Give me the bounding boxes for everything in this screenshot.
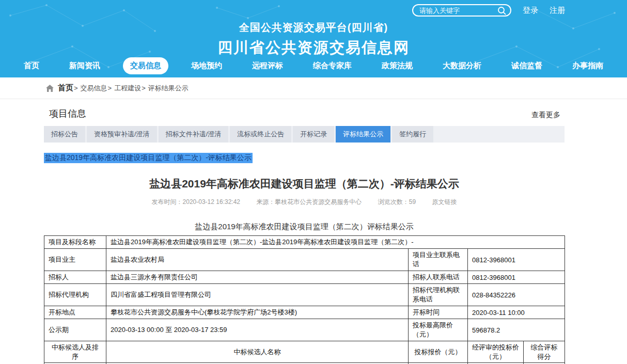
row-label: 投标最高限价（元） (409, 319, 468, 341)
search-box[interactable] (412, 4, 511, 17)
article-title: 盐边县2019年高标准农田建设项目监理（第二次）-评标结果公示 (44, 177, 565, 191)
breadcrumb-item-trade-info[interactable]: 交易信息 (81, 84, 107, 93)
evaluation-result-table: 项目及标段名称 盐边县2019年高标准农田建设项目监理（第二次）-盐边县2019… (44, 235, 565, 364)
table-row: 项目业主 盐边县农业农村局 项目业主联系电话 0812-3968001 (44, 249, 565, 271)
row-label: 项目业主 (44, 249, 106, 271)
table-row: 招标代理机构 四川省富盛工程项目管理有限公司 招标代理机构联系电话 028-84… (44, 284, 565, 306)
nav-item-remote-evaluation[interactable]: 远程评标 (245, 57, 290, 74)
row-label: 开标时间 (409, 306, 468, 319)
row-label: 项目及标段名称 (44, 236, 106, 249)
breadcrumb-separator: > (74, 84, 78, 92)
table-row: 招标人 盐边县三源水务有限责任公司 招标人联系电话 0812-3968001 (44, 271, 565, 284)
nav-item-service-guide[interactable]: 办事指南 (565, 57, 610, 74)
row-label: 开标地点 (44, 306, 106, 319)
tab-bid-announcement[interactable]: 招标公告 (44, 126, 85, 143)
home-icon (45, 84, 54, 92)
breadcrumb-item-home[interactable]: 首页 (58, 83, 73, 93)
announcement-link-selected[interactable]: 盐边县2019年高标准农田建设项目监理（第二次）-评标结果公示 (44, 153, 253, 163)
row-value: 盐边县农业农村局 (106, 249, 409, 271)
nav-item-news[interactable]: 新闻资讯 (62, 57, 107, 74)
row-label: 项目业主联系电话 (409, 249, 468, 271)
nav-item-policies[interactable]: 政策法规 (374, 57, 420, 74)
breadcrumb-item-eval-result[interactable]: 评标结果公示 (148, 84, 189, 93)
row-value: 0812-3968001 (468, 249, 565, 271)
col-header-score: 综合评标得分 (524, 341, 565, 363)
row-label: 招标人联系电话 (409, 271, 468, 284)
row-value: 四川省富盛工程项目管理有限公司 (106, 284, 409, 306)
login-link[interactable]: 登录 (523, 6, 538, 15)
nav-item-venue-booking[interactable]: 场地预约 (184, 57, 229, 74)
row-value: 2020-03-13 00:00 至 2020-03-17 23:59 (106, 319, 409, 341)
row-label: 招标代理机构联系电话 (409, 284, 468, 306)
col-header-evaluated: 经评审的投标价（元） (468, 341, 524, 363)
tab-prequalification-addendum[interactable]: 资格预审补遗/澄清 (87, 126, 157, 143)
project-tabs: 招标公告 资格预审补遗/澄清 招标文件补遗/澄清 流标或终止公告 开标记录 评标… (44, 126, 565, 143)
source: 来源：攀枝花市公共资源交易服务中心 (256, 198, 362, 205)
register-link[interactable]: 注册 (550, 6, 565, 15)
row-label: 招标人 (44, 271, 106, 284)
tab-bid-doc-addendum[interactable]: 招标文件补遗/澄清 (159, 126, 229, 143)
nav-item-expert-pool[interactable]: 综合专家库 (306, 57, 359, 74)
tab-evaluation-result[interactable]: 评标结果公示 (336, 126, 390, 143)
table-row: 开标地点 攀枝花市公共资源交易服务中心(攀枝花学院学府广场2号楼3楼) 开标时间… (44, 306, 565, 319)
breadcrumb: 首页 > 交易信息 > 工程建设 > 评标结果公示 (0, 77, 627, 99)
main-content: 项目信息 查看更多 招标公告 资格预审补遗/澄清 招标文件补遗/澄清 流标或终止… (44, 99, 565, 364)
row-value: 028-84352226 (468, 284, 565, 306)
result-table-title: 盐边县2019年高标准农田建设项目监理（第二次）评标结果公示 (44, 222, 565, 232)
site-super-title: 全国公共资源交易平台(四川省) (0, 21, 627, 35)
section-header: 项目信息 查看更多 (44, 99, 565, 120)
article-meta: 发布时间：2020-03-12 16:32:42 来源：攀枝花市公共资源交易服务… (44, 198, 565, 207)
nav-item-trade-info[interactable]: 交易信息 (123, 57, 168, 74)
row-value: 2020-03-11 10:00 (468, 306, 565, 319)
row-value: 盐边县三源水务有限责任公司 (106, 271, 409, 284)
breadcrumb-separator: > (108, 84, 112, 92)
breadcrumb-item-construction[interactable]: 工程建设 (114, 84, 141, 93)
original-link[interactable]: 原文链接 (432, 198, 457, 205)
main-nav: 首页 新闻资讯 交易信息 场地预约 远程评标 综合专家库 政策法规 大数据分析 … (0, 57, 627, 74)
nav-item-integrity[interactable]: 诚信监督 (504, 57, 550, 74)
search-input[interactable] (419, 7, 497, 14)
col-header-rank: 中标候选人及排序 (44, 341, 106, 363)
row-value: 盐边县2019年高标准农田建设项目监理（第二次）-盐边县2019年高标准农田建设… (106, 236, 565, 249)
row-label: 公示期 (44, 319, 106, 341)
search-icon[interactable] (497, 6, 506, 15)
row-value: 596878.2 (468, 319, 565, 341)
view-more-link[interactable]: 查看更多 (531, 110, 560, 120)
row-value: 攀枝花市公共资源交易服务中心(攀枝花学院学府广场2号楼3楼) (106, 306, 409, 319)
table-row: 项目及标段名称 盐边县2019年高标准农田建设项目监理（第二次）-盐边县2019… (44, 236, 565, 249)
col-header-name: 中标候选人名称 (106, 341, 409, 363)
tab-bid-opening-record[interactable]: 开标记录 (293, 126, 334, 143)
nav-item-home[interactable]: 首页 (17, 57, 46, 74)
page-title: 项目信息 (49, 107, 86, 120)
publish-time: 发布时间：2020-03-12 16:32:42 (152, 198, 240, 205)
view-count: 浏览次数：59 (378, 198, 416, 205)
tab-failed-or-terminated[interactable]: 流标或终止公告 (230, 126, 291, 143)
row-value: 0812-3968001 (468, 271, 565, 284)
nav-item-big-data[interactable]: 大数据分析 (435, 57, 489, 74)
breadcrumb-separator: > (142, 84, 146, 92)
site-header: 登录 注册 全国公共资源交易平台(四川省) 四川省公共资源交易信息网 首页 新闻… (0, 0, 627, 77)
candidates-header-row: 中标候选人及排序 中标候选人名称 投标报价（元） 经评审的投标价（元） 综合评标… (44, 341, 565, 363)
col-header-bid: 投标报价（元） (409, 341, 468, 363)
tab-contract-performance[interactable]: 签约履行 (392, 126, 433, 143)
site-title: 四川省公共资源交易信息网 (0, 38, 627, 58)
row-label: 招标代理机构 (44, 284, 106, 306)
table-row: 公示期 2020-03-13 00:00 至 2020-03-17 23:59 … (44, 319, 565, 341)
